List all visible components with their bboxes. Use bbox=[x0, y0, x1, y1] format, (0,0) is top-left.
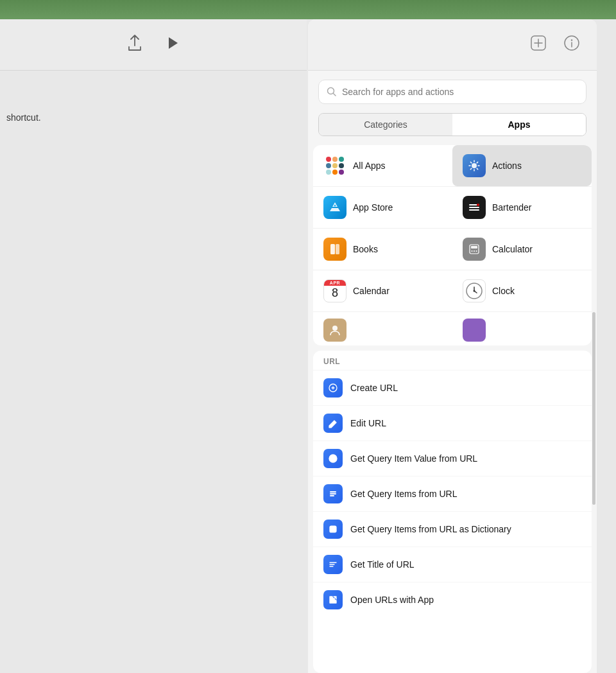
action-item-get-query-items-dict[interactable]: Get Query Items from URL as Dictionary bbox=[313, 511, 592, 546]
app-name-books: Books bbox=[353, 244, 378, 254]
svg-point-9 bbox=[334, 205, 336, 207]
app-name-calendar: Calendar bbox=[353, 286, 389, 296]
app-name-all-apps: All Apps bbox=[353, 161, 386, 171]
action-name-get-query-item-value: Get Query Item Value from URL bbox=[350, 453, 477, 464]
books-icon bbox=[323, 238, 346, 261]
calculator-icon bbox=[463, 238, 486, 261]
app-item-bartender[interactable]: Bartender bbox=[452, 187, 592, 228]
get-title-icon bbox=[323, 555, 343, 574]
app-item-all-apps[interactable]: All Apps bbox=[313, 145, 452, 186]
create-url-icon bbox=[323, 378, 343, 398]
action-name-open-urls: Open URLs with App bbox=[350, 595, 434, 605]
contacts-icon-partial bbox=[323, 319, 346, 342]
get-query-items-dict-icon bbox=[323, 520, 343, 539]
edit-url-icon bbox=[323, 414, 343, 433]
action-item-get-query-item-value[interactable]: Get Query Item Value from URL bbox=[313, 441, 592, 476]
svg-point-24 bbox=[474, 290, 475, 292]
content-area: All Apps Actions bbox=[308, 145, 597, 673]
svg-point-13 bbox=[477, 204, 479, 206]
info-button[interactable] bbox=[560, 31, 584, 59]
search-container bbox=[308, 71, 597, 113]
bartender-icon bbox=[463, 196, 486, 219]
action-item-get-title[interactable]: Get Title of URL bbox=[313, 546, 592, 582]
all-apps-icon bbox=[323, 154, 346, 177]
segmented-control: Categories Apps bbox=[318, 113, 586, 136]
get-query-items-icon bbox=[323, 484, 343, 503]
svg-rect-11 bbox=[469, 207, 479, 208]
calendar-month: APR bbox=[324, 280, 346, 286]
app-item-data-partial[interactable] bbox=[452, 312, 592, 345]
left-panel: shortcut. bbox=[0, 19, 307, 673]
svg-rect-15 bbox=[336, 244, 339, 254]
appstore-icon bbox=[323, 196, 346, 219]
svg-rect-14 bbox=[330, 244, 335, 254]
data-icon-partial bbox=[463, 319, 486, 342]
svg-point-8 bbox=[472, 163, 477, 168]
app-name-actions: Actions bbox=[492, 161, 522, 171]
action-name-get-title: Get Title of URL bbox=[350, 559, 415, 570]
app-item-calculator[interactable]: Calculator bbox=[452, 229, 592, 270]
svg-rect-30 bbox=[330, 526, 336, 532]
app-item-books[interactable]: Books bbox=[313, 229, 452, 270]
action-item-edit-url[interactable]: Edit URL bbox=[313, 405, 592, 441]
open-urls-icon bbox=[323, 590, 343, 609]
app-item-contacts-partial[interactable] bbox=[313, 312, 452, 345]
right-toolbar bbox=[308, 19, 597, 71]
search-icon bbox=[327, 87, 337, 97]
tab-categories[interactable]: Categories bbox=[319, 114, 452, 135]
action-name-edit-url: Edit URL bbox=[350, 418, 386, 428]
svg-line-7 bbox=[334, 94, 336, 96]
app-item-calendar[interactable]: APR 8 Calendar bbox=[313, 270, 452, 311]
play-button[interactable] bbox=[162, 31, 184, 58]
search-bar[interactable] bbox=[318, 80, 586, 104]
svg-point-19 bbox=[474, 250, 475, 252]
search-input[interactable] bbox=[342, 87, 578, 97]
get-query-item-value-icon bbox=[323, 449, 343, 468]
shortcut-label: shortcut. bbox=[6, 112, 41, 123]
share-button[interactable] bbox=[123, 30, 147, 60]
right-panel: Categories Apps bbox=[308, 19, 597, 673]
actions-icon bbox=[463, 154, 486, 177]
apps-section: All Apps Actions bbox=[313, 145, 592, 345]
action-item-get-query-items[interactable]: Get Query Items from URL bbox=[313, 476, 592, 511]
add-to-shortcut-button[interactable] bbox=[526, 31, 551, 59]
scrollbar[interactable] bbox=[592, 312, 595, 505]
svg-rect-29 bbox=[330, 495, 334, 496]
tab-apps[interactable]: Apps bbox=[452, 114, 586, 135]
app-name-bartender: Bartender bbox=[492, 202, 531, 213]
calendar-icon: APR 8 bbox=[323, 279, 346, 302]
app-item-clock[interactable]: Clock bbox=[452, 270, 592, 311]
action-item-open-urls[interactable]: Open URLs with App bbox=[313, 582, 592, 617]
svg-point-18 bbox=[472, 250, 473, 252]
action-name-get-query-items: Get Query Items from URL bbox=[350, 489, 457, 499]
svg-point-25 bbox=[332, 326, 338, 331]
action-item-create-url[interactable]: Create URL bbox=[313, 370, 592, 405]
app-item-actions[interactable]: Actions bbox=[452, 145, 592, 186]
left-toolbar bbox=[0, 19, 307, 71]
top-bg bbox=[0, 0, 616, 19]
action-name-get-query-items-dict: Get Query Items from URL as Dictionary bbox=[350, 524, 511, 534]
action-name-create-url: Create URL bbox=[350, 383, 398, 393]
svg-rect-12 bbox=[469, 209, 479, 211]
svg-rect-27 bbox=[330, 491, 336, 493]
svg-point-4 bbox=[571, 39, 572, 40]
apps-grid: All Apps Actions bbox=[313, 145, 592, 345]
svg-point-20 bbox=[476, 250, 477, 252]
url-section-header: URL bbox=[313, 351, 592, 370]
svg-rect-28 bbox=[330, 493, 336, 494]
app-name-clock: Clock bbox=[492, 286, 515, 296]
app-name-app-store: App Store bbox=[353, 202, 393, 213]
url-section: URL Create URL Edit URL bbox=[313, 351, 592, 673]
svg-rect-17 bbox=[471, 246, 477, 249]
app-item-app-store[interactable]: App Store bbox=[313, 187, 452, 228]
app-name-calculator: Calculator bbox=[492, 244, 533, 254]
clock-icon bbox=[463, 279, 486, 302]
calendar-day: 8 bbox=[332, 287, 338, 299]
